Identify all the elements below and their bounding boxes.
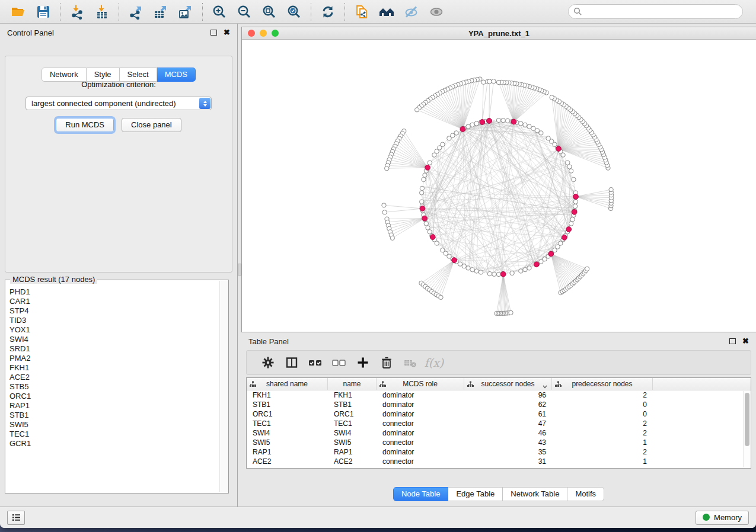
result-node-item[interactable]: RAP1: [9, 401, 219, 411]
table-cell: 43: [464, 438, 552, 447]
copy-share-button[interactable]: [349, 2, 374, 22]
zoom-out-button[interactable]: [232, 2, 257, 22]
search-input[interactable]: [568, 4, 743, 19]
network-canvas[interactable]: [242, 40, 756, 332]
table-cell: RAP1: [328, 448, 377, 456]
show-column-button[interactable]: [280, 352, 304, 373]
open-file-button[interactable]: [6, 2, 31, 22]
network-window-titlebar[interactable]: YPA_prune.txt_1: [242, 27, 756, 40]
eye-slash-icon: [404, 4, 419, 20]
table-cell: ORC1: [328, 410, 377, 418]
result-node-item[interactable]: SRD1: [9, 344, 219, 354]
table-scrollbar-thumb[interactable]: [745, 393, 749, 446]
column-header-successor-nodes[interactable]: successor nodes: [464, 378, 552, 390]
table-cell: 47: [464, 419, 552, 428]
tab-mcds[interactable]: MCDS: [157, 68, 196, 82]
result-node-item[interactable]: STP4: [9, 306, 219, 316]
criterion-select[interactable]: largest connected component (undirected): [25, 97, 212, 110]
result-node-item[interactable]: FKH1: [9, 363, 219, 373]
table-cell: STB1: [247, 400, 328, 409]
shared-column-icon: [379, 381, 386, 389]
window-maximize-icon[interactable]: [272, 30, 279, 37]
table-row[interactable]: TEC1TEC1connector472: [247, 419, 751, 428]
result-node-item[interactable]: YOX1: [9, 325, 219, 335]
import-network-button[interactable]: [65, 2, 90, 22]
table-cell: dominator: [377, 448, 464, 456]
result-node-item[interactable]: ACE2: [9, 373, 219, 382]
result-node-item[interactable]: PMA2: [9, 354, 219, 363]
column-header-predecessor-nodes[interactable]: predecessor nodes: [552, 378, 653, 390]
tab-select[interactable]: Select: [120, 68, 157, 82]
table-cell: connector: [377, 467, 464, 469]
tab-style[interactable]: Style: [87, 68, 120, 82]
tab-network-table[interactable]: Network Table: [503, 487, 567, 501]
result-node-item[interactable]: ORC1: [9, 392, 219, 401]
table-row[interactable]: SWI4SWI4dominator462: [247, 428, 751, 438]
tab-edge-table[interactable]: Edge Table: [448, 487, 503, 501]
result-node-item[interactable]: PHD1: [9, 287, 219, 297]
tab-network[interactable]: Network: [42, 68, 87, 82]
table-scrollbar[interactable]: [743, 391, 750, 467]
result-node-item[interactable]: TID3: [9, 316, 219, 325]
show-graphics-button[interactable]: [424, 2, 449, 22]
table-row[interactable]: FKH1FKH1dominator962: [247, 390, 751, 400]
table-cell: 2: [552, 391, 653, 399]
window-close-icon[interactable]: [248, 30, 255, 37]
tab-node-table[interactable]: Node Table: [393, 487, 449, 501]
table-row[interactable]: STB1STB1dominator620: [247, 400, 751, 409]
result-node-item[interactable]: SWI5: [9, 420, 219, 430]
import-table-button[interactable]: [90, 2, 114, 22]
window-minimize-icon[interactable]: [260, 30, 267, 37]
table-cell: SWI5: [328, 438, 377, 447]
memory-status-icon: [703, 514, 710, 521]
table-row[interactable]: ORC1ORC1dominator610: [247, 409, 751, 419]
result-node-item[interactable]: TEC1: [9, 430, 219, 439]
table-row[interactable]: SWI5SWI5connector431: [247, 438, 751, 447]
close-panel-icon[interactable]: ✖: [742, 338, 749, 344]
result-node-item[interactable]: SWI4: [9, 335, 219, 344]
table-body[interactable]: FKH1FKH1dominator962STB1STB1dominator620…: [247, 390, 751, 469]
home-button[interactable]: [374, 2, 399, 22]
create-column-button[interactable]: [351, 352, 375, 373]
column-header-name[interactable]: name: [328, 378, 377, 390]
zoom-in-button[interactable]: [207, 2, 232, 22]
column-header-shared-name[interactable]: shared name: [247, 378, 328, 390]
table-settings-button[interactable]: [256, 352, 280, 373]
result-list-scrollbar[interactable]: [219, 281, 228, 492]
result-node-item[interactable]: STB1: [9, 411, 219, 420]
table-cell: dominator: [377, 391, 464, 399]
zoom-fit-button[interactable]: [257, 2, 282, 22]
zoom-in-icon: [212, 4, 227, 20]
mcds-result-list[interactable]: PHD1CAR1STP4TID3YOX1SWI4SRD1PMA2FKH1ACE2…: [6, 286, 219, 492]
task-history-button[interactable]: [7, 511, 25, 525]
delete-column-button[interactable]: [375, 352, 398, 373]
refresh-button[interactable]: [315, 2, 340, 22]
export-table-button[interactable]: [148, 2, 173, 22]
deselect-all-button[interactable]: [327, 352, 351, 373]
table-row[interactable]: YOX1YOX1connector291: [247, 466, 751, 469]
table-row[interactable]: RAP1RAP1dominator352: [247, 447, 751, 457]
result-node-item[interactable]: CAR1: [9, 297, 219, 306]
tab-motifs[interactable]: Motifs: [567, 487, 604, 501]
delete-table-button-disabled: [398, 352, 422, 373]
column-header-MCDS-role[interactable]: MCDS role: [377, 378, 464, 390]
save-session-button[interactable]: [31, 2, 56, 22]
export-image-button[interactable]: [173, 2, 198, 22]
table-cell: 1: [552, 438, 653, 447]
panel-splitter-handle[interactable]: [238, 264, 241, 275]
close-panel-button[interactable]: Close panel: [122, 118, 181, 132]
zoom-fit-icon: [261, 4, 277, 20]
run-mcds-button[interactable]: Run MCDS: [56, 118, 114, 132]
float-window-icon[interactable]: [729, 338, 736, 344]
result-node-item[interactable]: STB5: [9, 382, 219, 392]
zoom-selected-button[interactable]: [282, 2, 307, 22]
float-window-icon[interactable]: [210, 30, 217, 36]
close-panel-icon[interactable]: ✖: [224, 30, 230, 36]
export-network-button[interactable]: [123, 2, 148, 22]
network-graph[interactable]: [242, 40, 755, 332]
select-all-button[interactable]: [304, 352, 327, 373]
memory-button[interactable]: Memory: [696, 511, 749, 525]
result-node-item[interactable]: GCR1: [9, 439, 219, 448]
table-row[interactable]: ACE2ACE2connector311: [247, 457, 751, 466]
hide-graphics-button[interactable]: [399, 2, 424, 22]
